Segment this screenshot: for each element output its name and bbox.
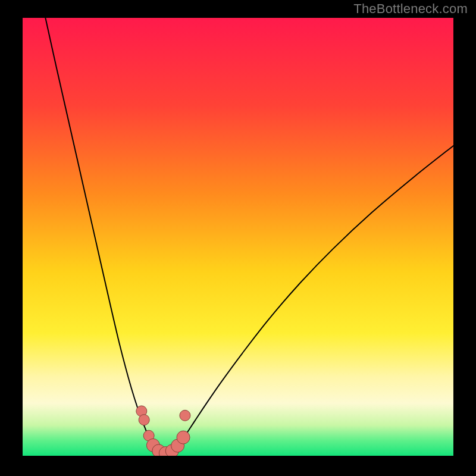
gradient-background (23, 18, 453, 456)
data-marker (139, 415, 149, 425)
plot-area (23, 18, 453, 456)
data-marker (180, 410, 190, 421)
data-marker (177, 431, 190, 444)
plot-svg (23, 18, 453, 456)
watermark-text: TheBottleneck.com (353, 1, 468, 17)
chart-frame: TheBottleneck.com (0, 0, 476, 476)
